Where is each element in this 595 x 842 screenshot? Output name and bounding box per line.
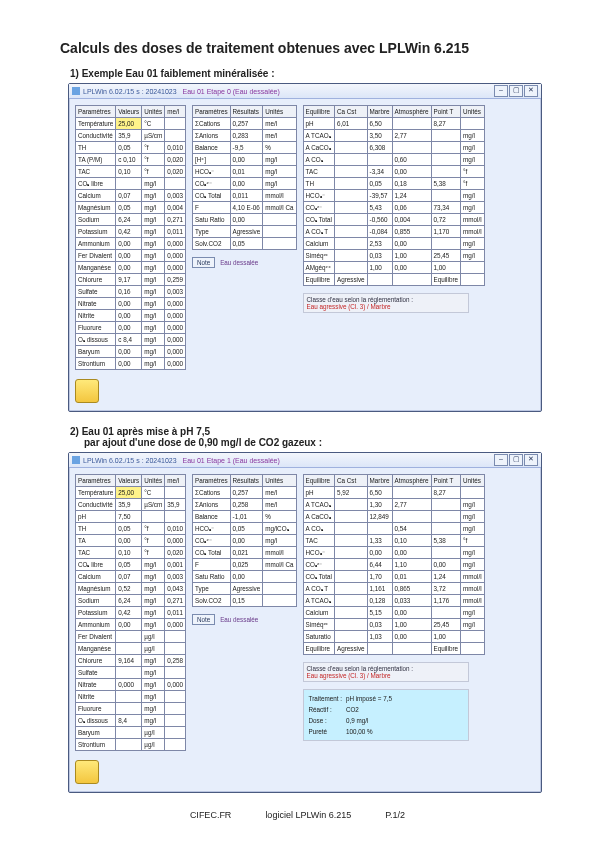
cell: 0,00 bbox=[230, 571, 263, 583]
cell: Calcium bbox=[76, 190, 116, 202]
cell: mg/l bbox=[142, 346, 165, 358]
cell: HCO₃⁻ bbox=[193, 523, 231, 535]
cell: 4,10 E-06 bbox=[230, 202, 263, 214]
cell: -0,560 bbox=[367, 214, 392, 226]
cell: Saturatio bbox=[303, 631, 334, 643]
cell: mmol/l bbox=[461, 214, 485, 226]
col-header: Marbre bbox=[367, 106, 392, 118]
cell: mg/l bbox=[461, 511, 485, 523]
cell: 1,10 bbox=[392, 559, 431, 571]
cell: mg/l bbox=[142, 226, 165, 238]
titlebar-1[interactable]: LPLWin 6.02./15 s : 20241023 Eau 01 Etap… bbox=[69, 84, 541, 99]
cell: 5,43 bbox=[367, 202, 392, 214]
results-table-1: ParamètresRésultatsUnitésΣCations0,257me… bbox=[192, 105, 297, 250]
cell: mg/l bbox=[142, 298, 165, 310]
cell: Balance bbox=[193, 511, 231, 523]
cell: mg/l bbox=[142, 595, 165, 607]
cell: 0,00 bbox=[116, 238, 142, 250]
cell bbox=[461, 274, 485, 286]
titlebar-2[interactable]: LPLWin 6.02./15 s : 20241023 Eau 01 Etap… bbox=[69, 453, 541, 468]
cell: Equilibre bbox=[303, 274, 334, 286]
cell: 35,9 bbox=[165, 499, 186, 511]
cell: 0,00 bbox=[116, 535, 142, 547]
cell: Agressive bbox=[230, 583, 263, 595]
cell: 0,271 bbox=[165, 214, 186, 226]
cell bbox=[165, 118, 186, 130]
cell: % bbox=[263, 511, 296, 523]
cell bbox=[165, 727, 186, 739]
cell: mg/l bbox=[461, 130, 485, 142]
cell: -3,34 bbox=[367, 166, 392, 178]
cell: A TCAO₂ bbox=[303, 130, 334, 142]
cell bbox=[263, 571, 296, 583]
cell: Potassium bbox=[76, 607, 116, 619]
col-header: Paramètres bbox=[193, 106, 231, 118]
cell: Strontium bbox=[76, 739, 116, 751]
cell: µg/l bbox=[142, 643, 165, 655]
minimize-button[interactable]: – bbox=[494, 454, 508, 466]
close-button[interactable]: ✕ bbox=[524, 85, 538, 97]
cell: 12,849 bbox=[367, 511, 392, 523]
cell bbox=[392, 274, 431, 286]
cell: Fer Divalent bbox=[76, 631, 116, 643]
minimize-button[interactable]: – bbox=[494, 85, 508, 97]
cell: A CO₂ T bbox=[303, 226, 334, 238]
cell: CO₃²⁻ bbox=[303, 202, 334, 214]
col-header: Unités bbox=[461, 106, 485, 118]
cell: [H⁺] bbox=[193, 154, 231, 166]
note-button-2[interactable]: Note bbox=[192, 614, 215, 625]
cell bbox=[431, 547, 461, 559]
section-1-heading: 1) Exemple Eau 01 faiblement minéralisée… bbox=[70, 68, 555, 79]
cell: °C bbox=[142, 487, 165, 499]
cell bbox=[367, 274, 392, 286]
cell: 8,27 bbox=[431, 487, 461, 499]
app-icon bbox=[72, 87, 80, 95]
calculator-icon[interactable] bbox=[75, 760, 99, 784]
params-table-2: ParamètresValeursUnitésme/lTempérature25… bbox=[75, 474, 186, 751]
cell: ΣAnions bbox=[193, 499, 231, 511]
cell: 0,033 bbox=[392, 595, 431, 607]
equilibre-table-1: EquilibreCa CstMarbreAtmosphèrePoint TUn… bbox=[303, 105, 485, 286]
cell: CO₃²⁻ bbox=[193, 178, 231, 190]
cell: mg/lCO₂ bbox=[263, 523, 296, 535]
cell: 0,271 bbox=[165, 595, 186, 607]
col-header: Ca Cst bbox=[334, 106, 367, 118]
cell: mg/l bbox=[142, 583, 165, 595]
close-button[interactable]: ✕ bbox=[524, 454, 538, 466]
cell: Calcium bbox=[303, 238, 334, 250]
cell: 0,020 bbox=[165, 547, 186, 559]
col-header: Unités bbox=[263, 475, 296, 487]
equilibre-table-2: EquilibreCa CstMarbreAtmosphèrePoint TUn… bbox=[303, 474, 485, 655]
cell: Potassium bbox=[76, 226, 116, 238]
cell: 0,03 bbox=[367, 250, 392, 262]
cell bbox=[334, 130, 367, 142]
cell bbox=[334, 511, 367, 523]
cell bbox=[461, 487, 485, 499]
cell: 0,05 bbox=[116, 523, 142, 535]
calculator-icon[interactable] bbox=[75, 379, 99, 403]
section-2-heading: 2) Eau 01 après mise à pH 7,5 par ajout … bbox=[70, 426, 555, 448]
cell: 0,003 bbox=[165, 571, 186, 583]
cell bbox=[334, 166, 367, 178]
cell bbox=[461, 643, 485, 655]
page-footer: CIFEC.FR logiciel LPLWin 6.215 P.1/2 bbox=[0, 810, 595, 820]
cell bbox=[165, 703, 186, 715]
note-button-1[interactable]: Note bbox=[192, 257, 215, 268]
cell: 0,259 bbox=[165, 274, 186, 286]
cell: 0,000 bbox=[165, 619, 186, 631]
cell: 0,00 bbox=[392, 547, 431, 559]
classification-box-2: Classe d'eau selon la réglementation : E… bbox=[303, 662, 469, 682]
cell: 0,000 bbox=[165, 298, 186, 310]
cell: mg/l bbox=[263, 178, 296, 190]
col-header: Unités bbox=[142, 475, 165, 487]
cell: A CaCO₃ bbox=[303, 142, 334, 154]
cell bbox=[116, 643, 142, 655]
maximize-button[interactable]: ▢ bbox=[509, 85, 523, 97]
cell: 0,000 bbox=[165, 679, 186, 691]
maximize-button[interactable]: ▢ bbox=[509, 454, 523, 466]
cell: °f bbox=[142, 547, 165, 559]
cell bbox=[334, 178, 367, 190]
cell bbox=[392, 487, 431, 499]
cell: 0,00 bbox=[392, 631, 431, 643]
cell: pH bbox=[303, 487, 334, 499]
